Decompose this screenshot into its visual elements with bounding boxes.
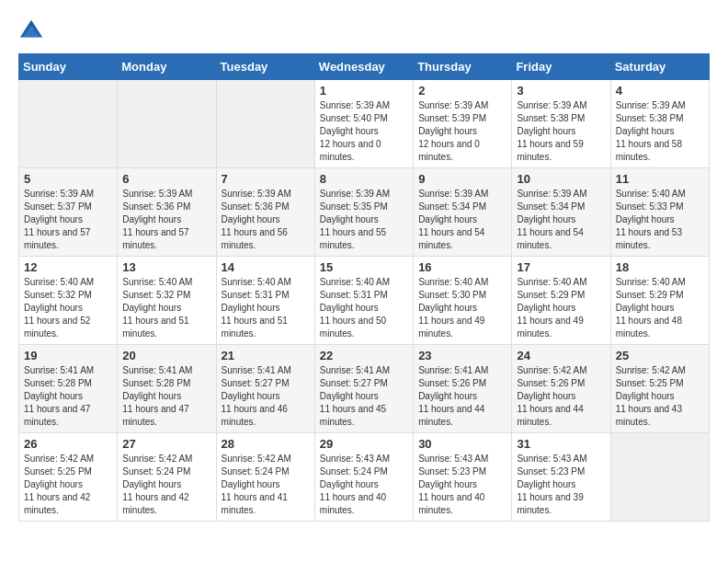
day-number: 31 (517, 437, 605, 451)
calendar-cell: 8Sunrise: 5:39 AMSunset: 5:35 PMDaylight… (314, 168, 413, 257)
weekday-header: Tuesday (216, 54, 314, 80)
day-number: 16 (418, 260, 506, 274)
day-number: 27 (122, 437, 210, 451)
day-number: 15 (320, 260, 408, 274)
day-number: 29 (320, 437, 408, 451)
calendar-cell: 28Sunrise: 5:42 AMSunset: 5:24 PMDayligh… (216, 433, 314, 522)
calendar-cell: 14Sunrise: 5:40 AMSunset: 5:31 PMDayligh… (216, 257, 314, 345)
calendar-cell (19, 80, 118, 168)
calendar-week-row: 12Sunrise: 5:40 AMSunset: 5:32 PMDayligh… (19, 257, 710, 345)
calendar-cell: 29Sunrise: 5:43 AMSunset: 5:24 PMDayligh… (314, 433, 413, 522)
day-number: 3 (517, 84, 605, 98)
day-number: 1 (320, 84, 408, 98)
day-number: 7 (222, 172, 310, 186)
day-info: Sunrise: 5:42 AMSunset: 5:25 PMDaylight … (24, 453, 112, 517)
calendar-cell: 3Sunrise: 5:39 AMSunset: 5:38 PMDaylight… (512, 80, 610, 168)
day-info: Sunrise: 5:39 AMSunset: 5:35 PMDaylight … (320, 188, 408, 252)
calendar-cell: 15Sunrise: 5:40 AMSunset: 5:31 PMDayligh… (314, 257, 413, 345)
day-info: Sunrise: 5:39 AMSunset: 5:40 PMDaylight … (320, 99, 408, 164)
calendar-cell: 13Sunrise: 5:40 AMSunset: 5:32 PMDayligh… (118, 257, 216, 345)
day-number: 14 (222, 260, 310, 274)
day-info: Sunrise: 5:40 AMSunset: 5:31 PMDaylight … (320, 276, 408, 340)
calendar-cell: 21Sunrise: 5:41 AMSunset: 5:27 PMDayligh… (216, 345, 314, 433)
weekday-header-row: SundayMondayTuesdayWednesdayThursdayFrid… (19, 54, 710, 80)
day-number: 23 (418, 349, 506, 362)
day-info: Sunrise: 5:40 AMSunset: 5:30 PMDaylight … (418, 276, 506, 340)
weekday-header: Sunday (19, 54, 118, 80)
day-number: 22 (320, 349, 408, 362)
day-number: 9 (418, 172, 506, 186)
day-info: Sunrise: 5:43 AMSunset: 5:23 PMDaylight … (418, 453, 506, 517)
day-info: Sunrise: 5:39 AMSunset: 5:36 PMDaylight … (122, 188, 210, 252)
day-info: Sunrise: 5:40 AMSunset: 5:29 PMDaylight … (517, 276, 605, 340)
logo (18, 18, 48, 44)
calendar-cell: 20Sunrise: 5:41 AMSunset: 5:28 PMDayligh… (118, 345, 216, 433)
weekday-header: Saturday (610, 54, 709, 80)
calendar-week-row: 5Sunrise: 5:39 AMSunset: 5:37 PMDaylight… (19, 168, 710, 257)
day-number: 12 (24, 260, 112, 274)
day-info: Sunrise: 5:42 AMSunset: 5:25 PMDaylight … (616, 364, 704, 429)
calendar-cell: 26Sunrise: 5:42 AMSunset: 5:25 PMDayligh… (19, 433, 118, 522)
day-info: Sunrise: 5:41 AMSunset: 5:27 PMDaylight … (320, 364, 408, 429)
day-number: 8 (320, 172, 408, 186)
calendar-cell: 6Sunrise: 5:39 AMSunset: 5:36 PMDaylight… (118, 168, 216, 257)
calendar-cell: 4Sunrise: 5:39 AMSunset: 5:38 PMDaylight… (610, 80, 709, 168)
day-info: Sunrise: 5:39 AMSunset: 5:37 PMDaylight … (24, 188, 112, 252)
calendar-cell: 7Sunrise: 5:39 AMSunset: 5:36 PMDaylight… (216, 168, 314, 257)
calendar-cell: 23Sunrise: 5:41 AMSunset: 5:26 PMDayligh… (414, 345, 512, 433)
weekday-header: Monday (118, 54, 216, 80)
day-number: 19 (24, 349, 112, 362)
day-info: Sunrise: 5:41 AMSunset: 5:26 PMDaylight … (418, 364, 506, 429)
day-info: Sunrise: 5:40 AMSunset: 5:32 PMDaylight … (122, 276, 210, 340)
calendar-cell: 25Sunrise: 5:42 AMSunset: 5:25 PMDayligh… (610, 345, 709, 433)
day-info: Sunrise: 5:40 AMSunset: 5:33 PMDaylight … (616, 188, 704, 252)
day-number: 26 (24, 437, 112, 451)
day-info: Sunrise: 5:42 AMSunset: 5:24 PMDaylight … (122, 453, 210, 517)
day-number: 13 (122, 260, 210, 274)
day-number: 28 (222, 437, 310, 451)
weekday-header: Friday (512, 54, 610, 80)
day-info: Sunrise: 5:39 AMSunset: 5:39 PMDaylight … (418, 99, 506, 164)
day-info: Sunrise: 5:42 AMSunset: 5:26 PMDaylight … (517, 364, 605, 429)
calendar-week-row: 1Sunrise: 5:39 AMSunset: 5:40 PMDaylight… (19, 80, 710, 168)
calendar-week-row: 19Sunrise: 5:41 AMSunset: 5:28 PMDayligh… (19, 345, 710, 433)
day-number: 11 (616, 172, 704, 186)
calendar-cell: 9Sunrise: 5:39 AMSunset: 5:34 PMDaylight… (414, 168, 512, 257)
day-number: 10 (517, 172, 605, 186)
calendar-cell: 16Sunrise: 5:40 AMSunset: 5:30 PMDayligh… (414, 257, 512, 345)
calendar-cell: 30Sunrise: 5:43 AMSunset: 5:23 PMDayligh… (414, 433, 512, 522)
calendar-cell: 31Sunrise: 5:43 AMSunset: 5:23 PMDayligh… (512, 433, 610, 522)
weekday-header: Wednesday (314, 54, 413, 80)
day-info: Sunrise: 5:39 AMSunset: 5:34 PMDaylight … (418, 188, 506, 252)
day-info: Sunrise: 5:40 AMSunset: 5:29 PMDaylight … (616, 276, 704, 340)
day-info: Sunrise: 5:39 AMSunset: 5:34 PMDaylight … (517, 188, 605, 252)
calendar-cell: 22Sunrise: 5:41 AMSunset: 5:27 PMDayligh… (314, 345, 413, 433)
calendar-cell: 17Sunrise: 5:40 AMSunset: 5:29 PMDayligh… (512, 257, 610, 345)
calendar-cell: 12Sunrise: 5:40 AMSunset: 5:32 PMDayligh… (19, 257, 118, 345)
calendar-cell: 10Sunrise: 5:39 AMSunset: 5:34 PMDayligh… (512, 168, 610, 257)
day-number: 5 (24, 172, 112, 186)
day-number: 21 (222, 349, 310, 362)
calendar-table: SundayMondayTuesdayWednesdayThursdayFrid… (18, 53, 710, 522)
calendar-cell (610, 433, 709, 522)
calendar-week-row: 26Sunrise: 5:42 AMSunset: 5:25 PMDayligh… (19, 433, 710, 522)
day-info: Sunrise: 5:39 AMSunset: 5:38 PMDaylight … (616, 99, 704, 164)
day-number: 2 (418, 84, 506, 98)
weekday-header: Thursday (414, 54, 512, 80)
day-info: Sunrise: 5:43 AMSunset: 5:24 PMDaylight … (320, 453, 408, 517)
day-number: 20 (122, 349, 210, 362)
day-number: 6 (122, 172, 210, 186)
day-number: 30 (418, 437, 506, 451)
day-info: Sunrise: 5:41 AMSunset: 5:27 PMDaylight … (222, 364, 310, 429)
day-number: 24 (517, 349, 605, 362)
day-info: Sunrise: 5:39 AMSunset: 5:36 PMDaylight … (222, 188, 310, 252)
calendar-cell: 2Sunrise: 5:39 AMSunset: 5:39 PMDaylight… (414, 80, 512, 168)
day-info: Sunrise: 5:40 AMSunset: 5:31 PMDaylight … (222, 276, 310, 340)
calendar-cell: 24Sunrise: 5:42 AMSunset: 5:26 PMDayligh… (512, 345, 610, 433)
day-number: 4 (616, 84, 704, 98)
day-info: Sunrise: 5:42 AMSunset: 5:24 PMDaylight … (222, 453, 310, 517)
day-info: Sunrise: 5:41 AMSunset: 5:28 PMDaylight … (122, 364, 210, 429)
calendar-cell: 1Sunrise: 5:39 AMSunset: 5:40 PMDaylight… (314, 80, 413, 168)
day-number: 17 (517, 260, 605, 274)
calendar-cell (118, 80, 216, 168)
